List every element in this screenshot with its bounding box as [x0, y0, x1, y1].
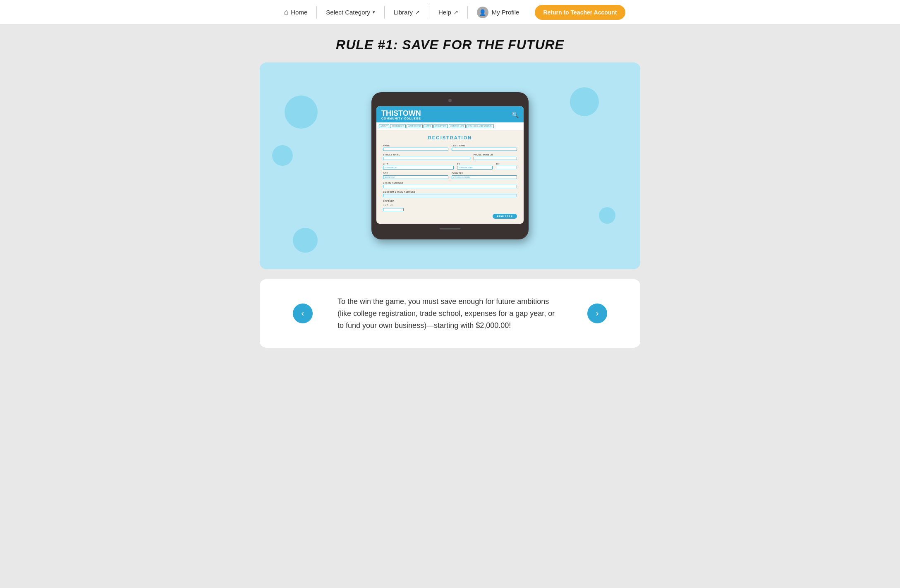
form-group-street: STREET NAME — [383, 153, 470, 160]
tablet-nav-athletics: ATHLETICS — [433, 124, 448, 128]
tablet-nav-about: ABOUT — [379, 124, 389, 128]
decorative-blob-3 — [293, 228, 318, 253]
form-row-city: CITY ▾ CHOOSE CITY ST ▾ CHOOSE STATE — [383, 163, 517, 170]
form-group-phone: PHONE NUMBER — [474, 153, 517, 160]
form-group-city: CITY ▾ CHOOSE CITY — [383, 163, 454, 170]
next-button[interactable]: › — [587, 304, 607, 323]
tablet-logo: THISTOWN — [381, 110, 421, 117]
form-row-dob: DOB MM/DD/YYYY COUNTRY ▾ CHOOSE COUNTRY — [383, 172, 517, 179]
form-input-dob: MM/DD/YYYY — [383, 175, 448, 179]
form-group-country: COUNTRY ▾ CHOOSE COUNTRY — [452, 172, 517, 179]
page-title: RULE #1: SAVE FOR THE FUTURE — [260, 37, 640, 53]
illustration-card: THISTOWN COMMUNITY COLLEGE 🔍 ABOUT ACADE… — [260, 62, 640, 269]
navbar: ⌂ Home Select Category ▾ Library ↗ Help … — [0, 0, 900, 25]
tablet-logo-sub: COMMUNITY COLLEGE — [381, 117, 421, 120]
external-link-icon: ↗ — [415, 9, 420, 15]
form-select-city: ▾ CHOOSE CITY — [383, 166, 454, 170]
form-group-confirm-email: CONFIRM E-MAIL ADDRESS — [383, 191, 517, 197]
register-row: REGISTER — [383, 214, 517, 219]
nav-select-category-label: Select Category — [326, 9, 370, 16]
nav-home-label: Home — [291, 9, 307, 16]
register-button[interactable]: REGISTER — [493, 214, 517, 219]
tablet-nav: ABOUT ACADEMICS ADMISSIONS ARTS ATHLETIC… — [376, 122, 524, 130]
form-group-email: E-MAIL ADDRESS — [383, 182, 517, 188]
return-to-teacher-button[interactable]: Return to Teacher Account — [535, 5, 625, 20]
description-text: To the win the game, you must save enoug… — [313, 296, 587, 331]
form-select-country: ▾ CHOOSE COUNTRY — [452, 175, 517, 179]
tablet-illustration: THISTOWN COMMUNITY COLLEGE 🔍 ABOUT ACADE… — [371, 92, 529, 239]
form-label-captcha: CAPTCHA — [383, 200, 517, 202]
nav-my-profile-label: My Profile — [492, 9, 519, 16]
form-input-name — [383, 148, 448, 151]
nav-help[interactable]: Help ↗ — [429, 9, 467, 16]
nav-help-label: Help — [438, 9, 451, 16]
form-input-street — [383, 157, 470, 160]
tablet-screen: THISTOWN COMMUNITY COLLEGE 🔍 ABOUT ACADE… — [376, 106, 524, 224]
home-icon: ⌂ — [284, 8, 288, 17]
nav-my-profile[interactable]: 👤 My Profile — [468, 7, 529, 18]
form-row-street: STREET NAME PHONE NUMBER — [383, 153, 517, 160]
form-input-phone — [474, 157, 517, 160]
form-input-last-name — [452, 148, 517, 151]
form-row-captcha: CAPTCHA A d T ↑ vl h — [383, 200, 517, 211]
dob-placeholder: MM/DD/YYYY — [385, 176, 395, 178]
form-label-confirm-email: CONFIRM E-MAIL ADDRESS — [383, 191, 517, 193]
city-placeholder: ▾ CHOOSE CITY — [385, 167, 397, 169]
tablet-home-bar — [440, 228, 460, 229]
tablet-camera — [448, 99, 452, 102]
text-card: ‹ To the win the game, you must save eno… — [260, 279, 640, 348]
nav-library-label: Library — [394, 9, 413, 16]
form-title: REGISTRATION — [383, 135, 517, 140]
decorative-blob-1 — [285, 96, 318, 129]
form-label-country: COUNTRY — [452, 172, 517, 174]
form-group-st: ST ▾ CHOOSE STATE — [457, 163, 493, 170]
form-group-name: NAME — [383, 144, 448, 151]
tablet-nav-campus-life: CAMPUS LIFE — [449, 124, 466, 128]
tablet-nav-academics: ACADEMICS — [390, 124, 406, 128]
form-group-captcha: CAPTCHA A d T ↑ vl h — [383, 200, 517, 211]
form-label-name: NAME — [383, 144, 448, 147]
decorative-blob-2 — [272, 145, 293, 166]
captcha-text: A d T ↑ vl h — [383, 204, 517, 206]
st-placeholder: ▾ CHOOSE STATE — [459, 167, 473, 169]
form-row-confirm-email: CONFIRM E-MAIL ADDRESS — [383, 191, 517, 197]
form-input-confirm-email — [383, 194, 517, 197]
form-select-st: ▾ CHOOSE STATE — [457, 166, 493, 170]
form-label-street: STREET NAME — [383, 153, 470, 156]
form-row-name: NAME LAST NAME — [383, 144, 517, 151]
form-label-phone: PHONE NUMBER — [474, 153, 517, 156]
external-link-icon-2: ↗ — [454, 9, 458, 15]
form-group-zip: ZIP — [496, 163, 517, 170]
form-label-zip: ZIP — [496, 163, 517, 165]
decorative-blob-5 — [599, 207, 615, 224]
form-input-zip — [496, 166, 517, 169]
tablet-header: THISTOWN COMMUNITY COLLEGE 🔍 — [376, 106, 524, 122]
tablet-search-icon: 🔍 — [512, 112, 519, 118]
form-label-dob: DOB — [383, 172, 448, 174]
tablet-nav-college: COLLEGE AND SCHOOL — [467, 124, 494, 128]
nav-library[interactable]: Library ↗ — [385, 9, 429, 16]
avatar: 👤 — [477, 7, 488, 18]
page-content: RULE #1: SAVE FOR THE FUTURE THISTOWN CO… — [251, 25, 649, 364]
nav-home[interactable]: ⌂ Home — [275, 8, 316, 17]
prev-button[interactable]: ‹ — [293, 304, 313, 323]
form-group-dob: DOB MM/DD/YYYY — [383, 172, 448, 179]
tablet-nav-arts: ARTS — [424, 124, 432, 128]
tablet-nav-admissions: ADMISSIONS — [407, 124, 423, 128]
form-label-city: CITY — [383, 163, 454, 165]
chevron-down-icon: ▾ — [373, 10, 375, 15]
form-label-last-name: LAST NAME — [452, 144, 517, 147]
tablet-form-area: REGISTRATION NAME LAST NAME — [376, 130, 524, 224]
nav-select-category[interactable]: Select Category ▾ — [317, 9, 384, 16]
form-row-email: E-MAIL ADDRESS — [383, 182, 517, 188]
country-placeholder: ▾ CHOOSE COUNTRY — [453, 176, 470, 178]
form-input-email — [383, 185, 517, 188]
form-input-captcha — [383, 208, 404, 211]
decorative-blob-4 — [570, 87, 599, 116]
form-group-last-name: LAST NAME — [452, 144, 517, 151]
form-label-st: ST — [457, 163, 493, 165]
form-label-email: E-MAIL ADDRESS — [383, 182, 517, 184]
